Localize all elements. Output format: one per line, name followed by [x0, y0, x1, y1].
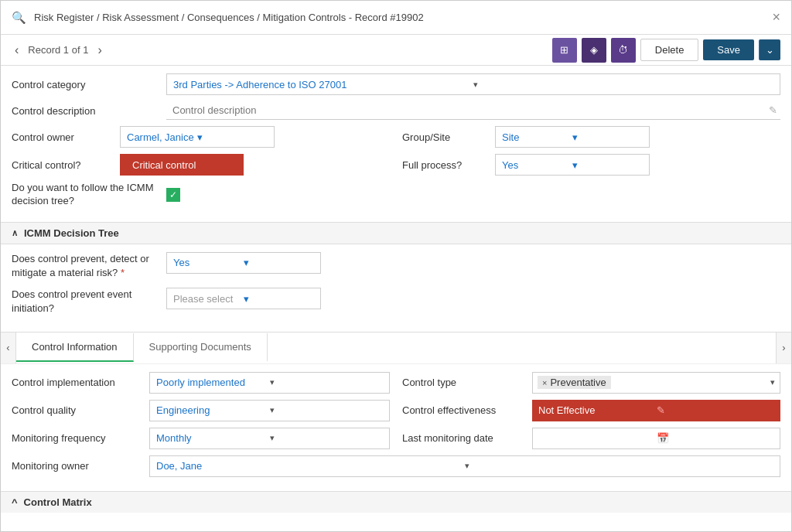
layers-button[interactable]: ◈: [582, 38, 606, 63]
chevron-down-icon: ▾: [473, 80, 773, 90]
effectiveness-value: Not Effective: [538, 404, 657, 416]
icmm-q2-select[interactable]: Please select ▾: [166, 288, 321, 309]
icmm-q2-row: Does control prevent event initiation? P…: [12, 288, 780, 315]
monitoring-owner-row: Monitoring owner Doe, Jane ▾: [12, 455, 780, 477]
icmm-checkbox-row: Do you want to follow the ICMM decision …: [12, 182, 780, 208]
chevron-down-icon: ▾: [270, 433, 384, 443]
nav-bar: ‹ Record 1 of 1 › ⊞ ◈ ⏱ Delete Save ⌄: [1, 35, 791, 66]
control-owner-group: Control owner Carmel, Janice ▾: [12, 126, 390, 148]
icmm-q1-value: Yes: [173, 257, 244, 268]
title-bar: 🔍 Risk Register / Risk Assessment / Cons…: [1, 1, 791, 35]
control-type-select[interactable]: × Preventative ▾: [532, 372, 780, 394]
chevron-down-icon: ▾: [572, 131, 643, 143]
last-monitoring-group: Last monitoring date 📅: [402, 428, 780, 449]
next-button[interactable]: ›: [94, 43, 104, 57]
control-matrix-title: Control Matrix: [24, 496, 92, 508]
last-monitoring-date[interactable]: 📅: [532, 428, 780, 449]
icmm-q2-value: Please select: [173, 293, 244, 305]
clock-icon: ⏱: [618, 44, 628, 56]
full-process-value: Yes: [502, 159, 572, 171]
monitoring-owner-select[interactable]: Doe, Jane ▾: [149, 455, 780, 477]
title-bar-left: 🔍 Risk Register / Risk Assessment / Cons…: [12, 11, 424, 25]
chevron-down-icon: ▾: [197, 131, 268, 143]
main-form: Control category 3rd Parties -> Adherenc…: [1, 66, 791, 222]
search-icon: 🔍: [12, 11, 26, 25]
group-site-value: Site: [502, 131, 572, 143]
monitoring-freq-label: Monitoring frequency: [12, 432, 143, 444]
control-category-row: Control category 3rd Parties -> Adherenc…: [12, 73, 780, 95]
nav-left: ‹ Record 1 of 1 ›: [12, 43, 105, 57]
control-owner-select[interactable]: Carmel, Janice ▾: [120, 126, 275, 148]
quality-label: Control quality: [12, 404, 143, 416]
delete-button[interactable]: Delete: [640, 39, 699, 61]
chevron-down-icon: ▾: [572, 159, 643, 171]
tab-supporting-documents[interactable]: Supporting Documents: [134, 333, 268, 362]
quality-value: Engineering: [156, 404, 270, 416]
owner-group-row: Control owner Carmel, Janice ▾ Group/Sit…: [12, 126, 780, 148]
quality-select[interactable]: Engineering ▾: [149, 400, 390, 421]
control-type-group: Control type × Preventative ▾: [402, 372, 780, 394]
chevron-down-icon: ▾: [270, 377, 384, 387]
hierarchy-button[interactable]: ⊞: [552, 38, 577, 63]
icmm-section-header: ∧ ICMM Decision Tree: [1, 222, 791, 244]
full-process-label: Full process?: [402, 159, 495, 171]
icmm-q1-select[interactable]: Yes ▾: [166, 252, 321, 274]
icmm-checkbox-wrapper: ✓: [166, 188, 180, 202]
monitoring-owner-label: Monitoring owner: [12, 460, 143, 472]
quality-effectiveness-row: Control quality Engineering ▾ Control ef…: [12, 400, 780, 421]
nav-right: ⊞ ◈ ⏱ Delete Save ⌄: [552, 38, 780, 63]
control-description-label: Control description: [12, 105, 166, 117]
tag-remove-icon[interactable]: ×: [542, 378, 547, 387]
icmm-q2-label: Does control prevent event initiation?: [12, 288, 166, 315]
record-label: Record 1 of 1: [28, 44, 88, 56]
control-matrix-section: ^ Control Matrix: [1, 491, 791, 513]
clock-button[interactable]: ⏱: [611, 38, 636, 63]
control-category-select[interactable]: 3rd Parties -> Adherence to ISO 27001 ▾: [166, 73, 780, 95]
icmm-follow-label: Do you want to follow the ICMM decision …: [12, 182, 166, 208]
icmm-section-title: ICMM Decision Tree: [24, 227, 119, 239]
prev-button[interactable]: ‹: [12, 43, 22, 57]
control-description-field[interactable]: [166, 101, 769, 119]
window-title: Risk Register / Risk Assessment / Conseq…: [34, 12, 424, 23]
control-description-input[interactable]: ✎: [166, 101, 780, 120]
preventative-tag: × Preventative: [538, 376, 611, 389]
implementation-label: Control implementation: [12, 377, 143, 388]
tag-value: Preventative: [550, 377, 606, 388]
implementation-group: Control implementation Poorly implemente…: [12, 372, 390, 394]
tab-right-arrow[interactable]: ›: [776, 332, 791, 363]
icmm-q1-label: Does control prevent, detect or mitigate…: [12, 252, 166, 280]
monitoring-freq-select[interactable]: Monthly ▾: [149, 428, 390, 449]
control-matrix-arrow: ^: [12, 496, 18, 508]
save-button[interactable]: Save: [703, 39, 754, 60]
implementation-select[interactable]: Poorly implemented ▾: [149, 372, 390, 394]
critical-control-button[interactable]: Critical control: [120, 154, 244, 176]
monitoring-freq-value: Monthly: [156, 432, 270, 444]
group-site-select[interactable]: Site ▾: [495, 126, 650, 148]
tabs: Control Information Supporting Documents: [16, 333, 776, 362]
last-monitoring-label: Last monitoring date: [402, 432, 526, 444]
chevron-down-icon: ▾: [270, 405, 384, 415]
tag-chevron-icon[interactable]: ▾: [770, 377, 775, 387]
full-process-select[interactable]: Yes ▾: [495, 154, 650, 176]
close-button[interactable]: ×: [772, 9, 780, 26]
tabs-wrapper: ‹ Control Information Supporting Documen…: [1, 332, 791, 363]
control-owner-value: Carmel, Janice: [127, 131, 197, 143]
main-window: 🔍 Risk Register / Risk Assessment / Cons…: [0, 0, 792, 532]
control-owner-label: Control owner: [12, 131, 120, 143]
tab-left-arrow[interactable]: ‹: [1, 332, 16, 363]
icmm-checkbox[interactable]: ✓: [166, 188, 180, 202]
control-category-value: 3rd Parties -> Adherence to ISO 27001: [173, 79, 473, 90]
control-type-label: Control type: [402, 377, 526, 388]
full-process-group: Full process? Yes ▾: [402, 154, 780, 176]
monitoring-freq-group: Monitoring frequency Monthly ▾: [12, 428, 390, 449]
effectiveness-field[interactable]: Not Effective ✎: [532, 400, 780, 421]
critical-control-label: Critical control?: [12, 159, 120, 171]
effectiveness-label: Control effectiveness: [402, 404, 526, 416]
tab-control-information[interactable]: Control Information: [16, 333, 134, 362]
edit-icon[interactable]: ✎: [657, 404, 775, 416]
quality-group: Control quality Engineering ▾: [12, 400, 390, 421]
implementation-value: Poorly implemented: [156, 377, 270, 388]
save-arrow-button[interactable]: ⌄: [759, 39, 780, 60]
critical-fullprocess-row: Critical control? Critical control Full …: [12, 154, 780, 176]
control-info-form: Control implementation Poorly implemente…: [1, 363, 791, 491]
